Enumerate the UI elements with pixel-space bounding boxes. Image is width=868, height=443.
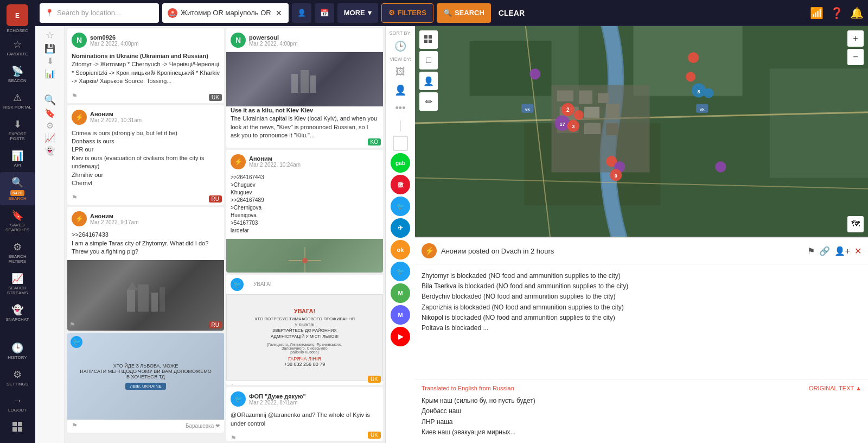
sidebar-item-saved-searches[interactable]: 🔖 SAVED SEARCHES bbox=[0, 205, 35, 237]
filter-twitter[interactable]: 🐦 bbox=[391, 197, 410, 216]
feed-icon-analytics[interactable]: 📊 bbox=[44, 68, 55, 79]
app-logo: E bbox=[7, 4, 28, 26]
layers-button[interactable]: 🗺 bbox=[847, 216, 864, 232]
sidebar-item-search-streams[interactable]: 📈 SEARCH STREAMS bbox=[0, 268, 35, 300]
sidebar-item-risk-portal[interactable]: ⚠ RISK PORTAL bbox=[0, 87, 35, 114]
feed-icon-stream[interactable]: 📈 bbox=[44, 133, 55, 143]
sidebar-item-export-posts[interactable]: ⬇ EXPORT POSTS bbox=[0, 114, 35, 145]
view-image-icon[interactable]: 🖼 bbox=[393, 64, 407, 80]
location-placeholder: Search by location... bbox=[57, 9, 121, 17]
open-post-button[interactable]: 🔗 bbox=[819, 246, 830, 256]
card-meta: Аноним Mar 2 2022, 9:17am bbox=[90, 213, 220, 225]
filter-gab[interactable]: gab bbox=[391, 153, 410, 173]
post-detail-title: Аноним posted on Dvach in 2 hours bbox=[441, 247, 803, 255]
filter-telegram[interactable]: ✈ bbox=[391, 218, 410, 238]
sidebar-item-history[interactable]: 🕒 HISTORY bbox=[0, 338, 35, 364]
map-background: 2 17 3 8 0 bbox=[415, 26, 868, 237]
filter-ok[interactable]: ok bbox=[391, 240, 410, 260]
feed-icon-bookmark[interactable]: 🔖 bbox=[44, 108, 55, 118]
more-button[interactable]: MORE ▾ bbox=[337, 3, 378, 23]
card-body: >>264167433 I am a simple Taras city of … bbox=[67, 231, 224, 260]
map-area[interactable]: 2 17 3 8 0 bbox=[415, 26, 868, 237]
notification-icon[interactable]: 🔔 bbox=[850, 7, 864, 20]
post-time: УВАГА! bbox=[253, 281, 272, 287]
logout-icon: → bbox=[12, 395, 22, 407]
svg-rect-27 bbox=[557, 91, 573, 102]
sidebar-item-search-filters[interactable]: ⚙ SEARCH FILTERS bbox=[0, 237, 35, 268]
sidebar-item-search[interactable]: 🔍 6470 SEARCH bbox=[0, 172, 35, 205]
post-card[interactable]: 🐦 ФОП "Дуже дякую" Mar 2 2022, 8:41am @O… bbox=[226, 387, 383, 441]
avatar: ⚡ bbox=[231, 154, 246, 169]
feed-columns: N som0926 Mar 2 2022, 4:00pm Nominations… bbox=[65, 26, 385, 443]
map-btn-4[interactable]: ✏ bbox=[419, 92, 438, 111]
user-button[interactable]: 👤 bbox=[292, 3, 311, 23]
calendar-button[interactable]: 📅 bbox=[315, 3, 334, 23]
map-btn-2[interactable]: □ bbox=[419, 51, 438, 69]
filter-mewe[interactable]: M bbox=[391, 283, 410, 303]
search-badge: 6470 bbox=[10, 190, 24, 196]
main-content: 📍 Search by location... 🚨 Житомир OR мар… bbox=[35, 0, 868, 443]
sidebar-item-api[interactable]: 📊 API bbox=[0, 145, 35, 172]
post-card[interactable]: ⚡ Аноним Mar 2 2022, 10:31am Crimea is o… bbox=[67, 105, 224, 205]
sidebar-item-favorite[interactable]: ☆ FAVORITE bbox=[0, 34, 35, 61]
post-card[interactable]: N som0926 Mar 2 2022, 4:00pm Nominations… bbox=[67, 28, 224, 103]
svg-rect-13 bbox=[310, 75, 316, 93]
filter-youtube[interactable]: ▶ bbox=[391, 327, 410, 346]
translated-label: Translated to English from Russian bbox=[422, 385, 514, 391]
flag-post-button[interactable]: ⚑ bbox=[807, 246, 815, 256]
post-card[interactable]: N powersoul Mar 2 2022, 4:00pm bbox=[226, 28, 383, 148]
card-text: The Ukrainian capital is Kiev (local Kyi… bbox=[231, 115, 377, 138]
view-person-icon[interactable]: 👤 bbox=[392, 82, 409, 98]
flag-icon: ⚑ bbox=[231, 383, 237, 385]
card-image-text: ХТО ЙДЕ З ЛЬВОВА, МОЖЕНАПИСАТИ МЕНІ ЩОДО… bbox=[78, 363, 213, 379]
svg-rect-11 bbox=[291, 74, 298, 93]
sidebar-item-settings[interactable]: ⚙ SETTINGS bbox=[0, 364, 35, 391]
post-card[interactable]: 🐦 УВАГА! УВАГА! ХТО ПОТРЕБУЄ ТИМЧАСОВОГО… bbox=[226, 275, 383, 385]
zoom-in-button[interactable]: + bbox=[847, 30, 864, 47]
view-more-icon[interactable]: ••• bbox=[393, 100, 408, 116]
sidebar-item-beacon[interactable]: 📡 BEACON bbox=[0, 61, 35, 87]
add-user-button[interactable]: 👤+ bbox=[834, 246, 850, 256]
feed-icon-snap[interactable]: 👻 bbox=[44, 145, 55, 156]
grid-toggle[interactable] bbox=[8, 417, 27, 439]
feed-icon-search[interactable]: 🔍 bbox=[44, 94, 56, 106]
feed-icon-save[interactable]: 💾 bbox=[44, 43, 55, 54]
sidebar-item-snapchat[interactable]: 👻 SNAPCHAT bbox=[0, 300, 35, 326]
filters-button[interactable]: ⚙ FILTERS bbox=[381, 3, 433, 23]
feed-icon-export[interactable]: ⬇ bbox=[47, 56, 54, 66]
post-card[interactable]: ⚡ Аноним Mar 2 2022, 10:24am >>264167443… bbox=[226, 150, 383, 273]
card-body: @ORazumnij @taranenko and? The whole of … bbox=[226, 411, 383, 432]
map-btn-3[interactable]: 👤 bbox=[419, 72, 438, 90]
post-detail-body: Zhytomyr is blockaded (NO food and ammun… bbox=[415, 264, 868, 379]
post-card[interactable]: ⚡ Аноним Mar 2 2022, 9:17am >>264167433 … bbox=[67, 207, 224, 331]
svg-rect-7 bbox=[138, 284, 149, 312]
svg-marker-10 bbox=[127, 282, 138, 290]
flag-icon: ⚑ bbox=[72, 422, 78, 429]
location-search[interactable]: 📍 Search by location... bbox=[40, 3, 159, 23]
feed-icon-filter[interactable]: ⚙ bbox=[46, 121, 54, 131]
search-tab-close[interactable]: ✕ bbox=[275, 9, 283, 17]
calendar-icon: 📅 bbox=[320, 9, 329, 17]
sidebar-item-logout[interactable]: → LOGOUT bbox=[0, 391, 35, 417]
filter-weibo[interactable]: 微 bbox=[391, 175, 410, 194]
sort-time-icon[interactable]: 🕒 bbox=[392, 38, 409, 54]
help-icon[interactable]: ❓ bbox=[830, 7, 844, 20]
select-all-checkbox[interactable]: ✓ bbox=[393, 136, 408, 151]
search-tab-text: Житомир OR маріуполь OR bbox=[181, 9, 271, 17]
filter-mastodon[interactable]: M bbox=[391, 305, 410, 325]
zoom-out-button[interactable]: − bbox=[847, 49, 864, 65]
clear-button[interactable]: CLEAR bbox=[494, 9, 529, 17]
card-body: Nominations in Ukraine (Ukrainian and Ru… bbox=[67, 52, 224, 90]
content-area: ☆ 💾 ⬇ 📊 🔍 🔖 ⚙ 📈 👻 bbox=[35, 26, 868, 443]
map-btn-1[interactable] bbox=[419, 30, 438, 49]
username: Аноним bbox=[90, 213, 220, 219]
feed-icon-favorite[interactable]: ☆ bbox=[46, 29, 54, 41]
post-card[interactable]: 🐦 ХТО ЙДЕ З ЛЬВОВА, МОЖЕНАПИСАТИ МЕНІ ЩО… bbox=[67, 333, 224, 433]
filter-twitter2[interactable]: 🐦 bbox=[391, 262, 410, 281]
search-tab[interactable]: 🚨 Житомир OR маріуполь OR ✕ bbox=[162, 3, 289, 23]
search-button[interactable]: 🔍 SEARCH bbox=[437, 3, 491, 23]
close-post-button[interactable]: ✕ bbox=[854, 246, 861, 256]
search-label: SEARCH bbox=[455, 9, 484, 17]
translation-header[interactable]: Translated to English from Russian ORIGI… bbox=[422, 385, 861, 391]
svg-rect-2 bbox=[12, 422, 17, 426]
